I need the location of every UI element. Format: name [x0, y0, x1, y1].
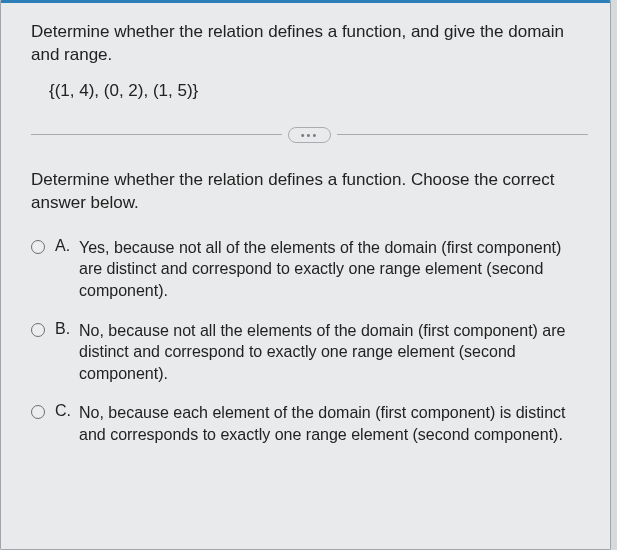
option-letter: A.: [55, 237, 79, 255]
option-letter: C.: [55, 402, 79, 420]
divider-line-left: [31, 134, 282, 135]
section-divider: •••: [31, 127, 588, 143]
option-c[interactable]: C. No, because each element of the domai…: [31, 402, 588, 445]
option-text: No, because not all the elements of the …: [79, 320, 588, 385]
radio-icon[interactable]: [31, 240, 45, 254]
option-text: Yes, because not all of the elements of …: [79, 237, 588, 302]
divider-line-right: [337, 134, 588, 135]
radio-icon[interactable]: [31, 405, 45, 419]
option-letter: B.: [55, 320, 79, 338]
subquestion-prompt: Determine whether the relation defines a…: [31, 169, 588, 215]
radio-icon[interactable]: [31, 323, 45, 337]
option-text: No, because each element of the domain (…: [79, 402, 588, 445]
option-a[interactable]: A. Yes, because not all of the elements …: [31, 237, 588, 302]
question-card: Determine whether the relation defines a…: [0, 0, 611, 550]
relation-set: {(1, 4), (0, 2), (1, 5)}: [49, 81, 588, 101]
options-group: A. Yes, because not all of the elements …: [31, 237, 588, 446]
expand-button[interactable]: •••: [288, 127, 332, 143]
question-prompt: Determine whether the relation defines a…: [31, 21, 588, 67]
option-b[interactable]: B. No, because not all the elements of t…: [31, 320, 588, 385]
